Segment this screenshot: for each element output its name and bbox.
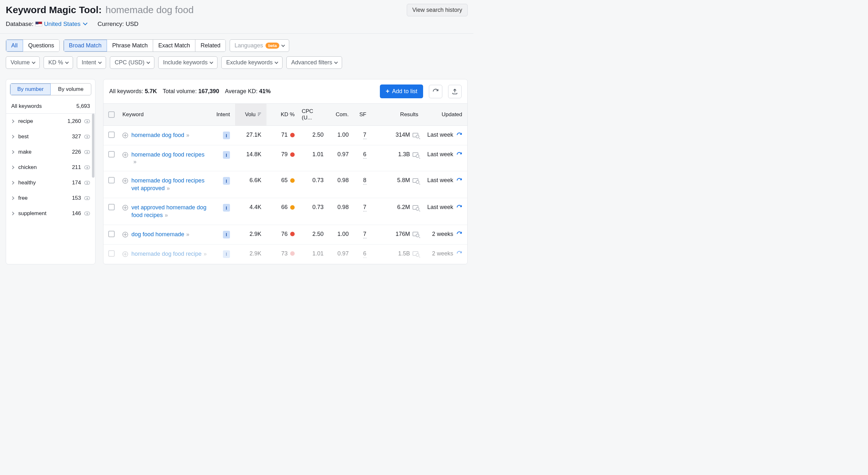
refresh-row-icon[interactable]: [457, 231, 462, 237]
page-query: homemade dog food: [105, 4, 193, 15]
add-keyword-icon[interactable]: [122, 205, 128, 211]
sidebar-group-free[interactable]: free153: [6, 191, 95, 206]
eye-icon[interactable]: [84, 135, 90, 139]
tab-exact-match[interactable]: Exact Match: [153, 40, 195, 52]
tab-phrase-match[interactable]: Phrase Match: [107, 40, 153, 52]
eye-icon[interactable]: [84, 211, 90, 215]
open-keyword-icon[interactable]: »: [204, 250, 206, 257]
sidebar-all-keywords-label[interactable]: All keywords: [11, 103, 42, 109]
cell-sf[interactable]: 7: [363, 231, 366, 238]
add-to-list-button[interactable]: + Add to list: [380, 84, 423, 98]
filter-intent[interactable]: Intent: [77, 56, 106, 69]
sidebar-group-chicken[interactable]: chicken211: [6, 160, 95, 175]
cell-com: 1.00: [327, 126, 352, 144]
cell-results: 1.5B: [398, 250, 410, 257]
add-keyword-icon[interactable]: [122, 152, 128, 158]
column-header-kd[interactable]: KD %: [267, 104, 299, 126]
languages-dropdown[interactable]: Languages beta: [230, 39, 289, 52]
refresh-row-icon[interactable]: [457, 178, 462, 183]
sidebar-group-healthy[interactable]: healthy174: [6, 175, 95, 191]
eye-icon[interactable]: [84, 150, 90, 154]
refresh-row-icon[interactable]: [457, 152, 462, 158]
scrollbar-thumb[interactable]: [92, 114, 94, 178]
serp-preview-icon[interactable]: [412, 251, 418, 256]
filter-volume[interactable]: Volume: [6, 56, 40, 69]
sidebar-group-supplement[interactable]: supplement146: [6, 206, 95, 221]
filter-include-keywords[interactable]: Include keywords: [158, 56, 217, 69]
tab-related[interactable]: Related: [195, 40, 225, 52]
add-keyword-icon[interactable]: [122, 133, 128, 138]
sidebar-group-recipe[interactable]: recipe1,260: [6, 114, 95, 129]
kd-difficulty-dot-icon: [290, 133, 295, 137]
eye-icon[interactable]: [84, 181, 90, 185]
refresh-row-icon[interactable]: [457, 132, 462, 138]
add-keyword-icon[interactable]: [122, 232, 128, 238]
row-checkbox[interactable]: [108, 177, 115, 183]
keyword-link[interactable]: homemade dog food recipes: [131, 151, 204, 158]
eye-icon[interactable]: [84, 196, 90, 200]
column-header-sf[interactable]: SF: [352, 104, 370, 126]
open-keyword-icon[interactable]: »: [186, 231, 188, 238]
column-header-keyword[interactable]: Keyword: [119, 104, 210, 126]
column-header-results[interactable]: Results: [370, 104, 422, 126]
export-button[interactable]: [448, 85, 462, 98]
serp-preview-icon[interactable]: [412, 205, 418, 210]
filter-kd[interactable]: KD %: [43, 56, 73, 69]
cell-sf[interactable]: 6: [363, 151, 366, 159]
open-keyword-icon[interactable]: »: [133, 159, 135, 165]
filter-exclude-keywords[interactable]: Exclude keywords: [221, 56, 282, 69]
cell-results: 314M: [396, 132, 410, 138]
column-header-checkbox[interactable]: [103, 104, 119, 126]
column-header-intent[interactable]: Intent: [210, 104, 235, 126]
keyword-link[interactable]: homemade dog food: [131, 132, 184, 138]
column-header-cpc[interactable]: CPC (U...: [299, 104, 327, 126]
eye-icon[interactable]: [84, 166, 90, 169]
column-header-com[interactable]: Com.: [327, 104, 352, 126]
keyword-link[interactable]: homemade dog food recipe: [131, 250, 202, 257]
keyword-link[interactable]: vet approved homemade dog food recipes: [131, 204, 206, 218]
cell-sf[interactable]: 8: [363, 177, 366, 185]
tab-questions[interactable]: Questions: [23, 40, 59, 52]
table-row: homemade dog food»I27.1K712.501.007314ML…: [103, 126, 467, 145]
view-search-history-button[interactable]: View search history: [407, 4, 468, 16]
column-header-volume[interactable]: Volu: [235, 104, 267, 126]
row-checkbox[interactable]: [108, 204, 115, 210]
serp-preview-icon[interactable]: [412, 232, 418, 236]
intent-badge: I: [223, 250, 230, 258]
column-header-updated[interactable]: Updated: [422, 104, 467, 126]
add-keyword-icon[interactable]: [122, 251, 128, 257]
keyword-link[interactable]: dog food homemade: [131, 231, 184, 238]
sidebar-group-best[interactable]: best327: [6, 129, 95, 144]
row-checkbox[interactable]: [108, 250, 115, 257]
row-checkbox[interactable]: [108, 151, 115, 158]
add-keyword-icon[interactable]: [122, 178, 128, 184]
cell-sf[interactable]: 7: [363, 132, 366, 139]
sidebar-toggle-by-number[interactable]: By number: [10, 83, 51, 95]
cell-sf[interactable]: 6: [363, 250, 366, 258]
refresh-button[interactable]: [429, 85, 442, 98]
refresh-row-icon[interactable]: [457, 250, 462, 257]
eye-icon[interactable]: [84, 120, 90, 123]
row-checkbox[interactable]: [108, 231, 115, 237]
open-keyword-icon[interactable]: »: [165, 212, 167, 218]
database-selector[interactable]: Database: United States: [6, 21, 87, 28]
serp-preview-icon[interactable]: [412, 178, 418, 183]
serp-preview-icon[interactable]: [412, 152, 418, 157]
table-header: Keyword Intent Volu KD % CPC (U... Com. …: [103, 103, 467, 126]
row-checkbox[interactable]: [108, 132, 115, 138]
keyword-groups-sidebar: By numberBy volume All keywords 5,693 re…: [6, 79, 95, 264]
filter-advanced-filters[interactable]: Advanced filters: [286, 56, 342, 69]
filter-cpc-usd[interactable]: CPC (USD): [110, 56, 154, 69]
tab-all[interactable]: All: [6, 40, 23, 52]
sidebar-group-make[interactable]: make226: [6, 144, 95, 160]
cell-kd: 66: [270, 204, 295, 211]
sidebar-group-count: 1,260: [67, 118, 81, 125]
sidebar-toggle-by-volume[interactable]: By volume: [51, 83, 91, 95]
refresh-row-icon[interactable]: [457, 205, 462, 210]
cell-sf[interactable]: 7: [363, 204, 366, 211]
cell-updated: Last week: [427, 177, 453, 184]
tab-broad-match[interactable]: Broad Match: [64, 40, 107, 52]
open-keyword-icon[interactable]: »: [186, 132, 188, 139]
serp-preview-icon[interactable]: [412, 133, 418, 137]
open-keyword-icon[interactable]: »: [166, 185, 169, 192]
